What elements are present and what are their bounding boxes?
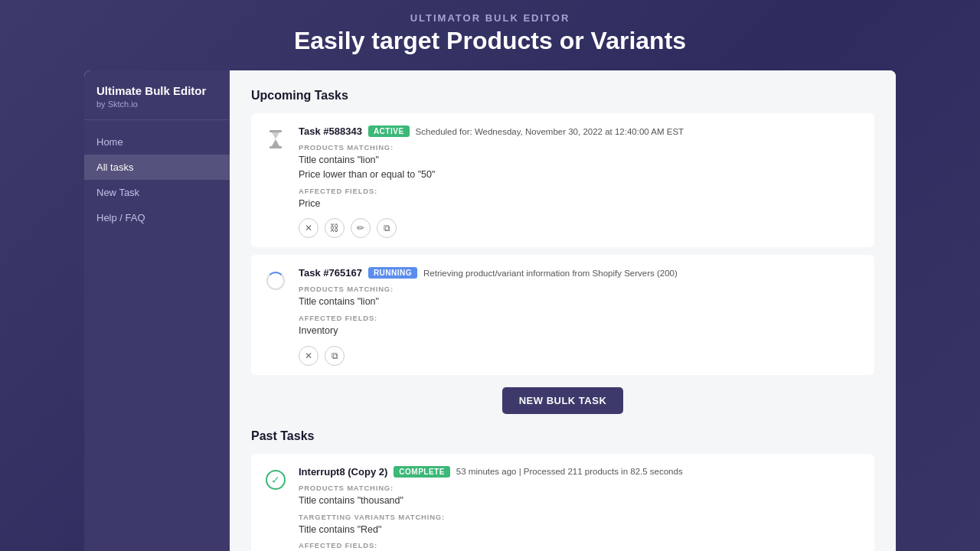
app-name: ULTIMATOR BULK EDITOR xyxy=(0,12,980,24)
products-matching-label: PRODUCTS MATCHING: xyxy=(299,285,862,293)
sidebar: Ultimate Bulk Editor by Sktch.io Home Al… xyxy=(84,70,230,551)
sidebar-brand: Ultimate Bulk Editor by Sktch.io xyxy=(84,70,230,120)
variants-matching-value: Title contains "Red" xyxy=(299,523,862,537)
affected-fields-value: Price xyxy=(299,197,862,211)
stop-button[interactable]: ✕ xyxy=(299,346,318,366)
task-schedule: 53 minutes ago | Processed 211 products … xyxy=(456,467,683,476)
app-container: Ultimate Bulk Editor by Sktch.io Home Al… xyxy=(84,70,896,551)
status-badge: ACTIVE xyxy=(368,126,410,137)
edit-button[interactable]: ✏ xyxy=(351,218,371,238)
products-matching-value: Title contains "lion" xyxy=(299,295,862,309)
status-badge: RUNNING xyxy=(368,267,417,279)
task-row: ✓ Interrupt8 (Copy 2) COMPLETE 53 minute… xyxy=(251,454,874,551)
variants-matching-label: TARGETTING VARIANTS MATCHING: xyxy=(299,513,862,521)
hourglass-icon xyxy=(263,127,288,152)
task-actions: ✕ ⧉ xyxy=(299,346,862,366)
task-body: Task #588343 ACTIVE Scheduled for: Wedne… xyxy=(299,126,862,238)
copy-button[interactable]: ⧉ xyxy=(325,346,345,366)
new-bulk-task-button[interactable]: NEW BULK TASK xyxy=(502,387,624,414)
products-matching-label: PRODUCTS MATCHING: xyxy=(299,143,862,152)
upcoming-tasks-title: Upcoming Tasks xyxy=(251,89,874,103)
svg-rect-1 xyxy=(270,146,282,148)
spinner-icon xyxy=(263,269,288,293)
task-header: Task #765167 RUNNING Retrieving product/… xyxy=(299,267,862,279)
products-matching-value: Title contains "thousand" xyxy=(299,494,862,508)
affected-fields-label: AFFECTED FIELDS: xyxy=(299,541,862,549)
task-schedule: Retrieving product/variant information f… xyxy=(423,269,678,278)
sidebar-item-help[interactable]: Help / FAQ xyxy=(84,205,230,230)
sidebar-item-new-task[interactable]: New Task xyxy=(84,180,230,205)
products-matching-value: Title contains "lion"Price lower than or… xyxy=(299,153,862,182)
link-button[interactable]: ⛓ xyxy=(325,218,345,238)
top-header: ULTIMATOR BULK EDITOR Easily target Prod… xyxy=(0,0,980,70)
task-row: Task #765167 RUNNING Retrieving product/… xyxy=(251,255,874,375)
svg-rect-0 xyxy=(270,130,282,132)
task-schedule: Scheduled for: Wednesday, November 30, 2… xyxy=(416,127,684,136)
task-actions: ✕ ⛓ ✏ ⧉ xyxy=(299,218,862,238)
products-matching-label: PRODUCTS MATCHING: xyxy=(299,484,862,492)
past-tasks-title: Past Tasks xyxy=(251,429,874,443)
task-number: Interrupt8 (Copy 2) xyxy=(299,466,387,478)
task-number: Task #765167 xyxy=(299,267,362,279)
tagline: Easily target Products or Variants xyxy=(0,27,980,55)
affected-fields-label: AFFECTED FIELDS: xyxy=(299,187,862,195)
affected-fields-value: Inventory xyxy=(299,324,862,338)
task-row: Task #588343 ACTIVE Scheduled for: Wedne… xyxy=(251,113,874,247)
affected-fields-label: AFFECTED FIELDS: xyxy=(299,314,862,322)
check-icon: ✓ xyxy=(263,468,288,492)
main-content: Upcoming Tasks Task #588343 ACTIVE Sched… xyxy=(230,70,896,551)
task-body: Interrupt8 (Copy 2) COMPLETE 53 minutes … xyxy=(299,466,862,551)
task-header: Task #588343 ACTIVE Scheduled for: Wedne… xyxy=(299,126,862,137)
stop-button[interactable]: ✕ xyxy=(299,218,318,238)
brand-title: Ultimate Bulk Editor xyxy=(96,84,217,98)
new-task-container: NEW BULK TASK xyxy=(251,387,874,414)
copy-button[interactable]: ⧉ xyxy=(377,218,397,238)
sidebar-nav: Home All tasks New Task Help / FAQ xyxy=(84,120,230,240)
task-header: Interrupt8 (Copy 2) COMPLETE 53 minutes … xyxy=(299,466,862,478)
task-number: Task #588343 xyxy=(299,126,362,137)
sidebar-item-all-tasks[interactable]: All tasks xyxy=(84,155,230,180)
status-badge: COMPLETE xyxy=(394,466,450,478)
brand-sub: by Sktch.io xyxy=(96,99,217,109)
sidebar-item-home[interactable]: Home xyxy=(84,129,230,155)
task-body: Task #765167 RUNNING Retrieving product/… xyxy=(299,267,862,366)
